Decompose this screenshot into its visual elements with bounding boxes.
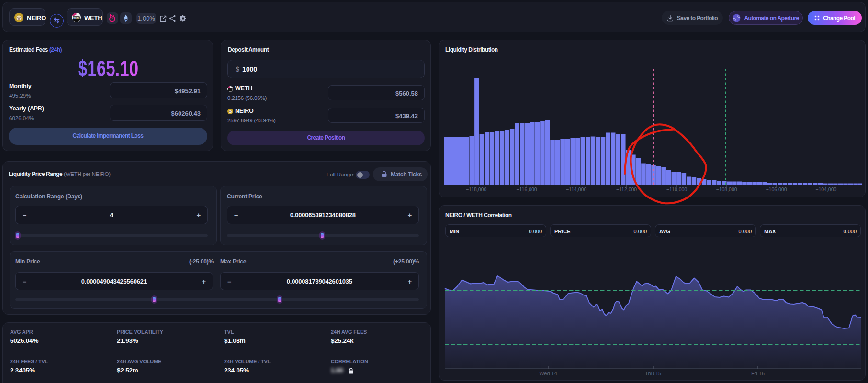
svg-text:Wed 14: Wed 14 [539,371,557,376]
svg-text:WETH: WETH [73,17,79,19]
svg-text:Fri 16: Fri 16 [751,371,765,376]
svg-text:Thu 15: Thu 15 [645,371,661,376]
